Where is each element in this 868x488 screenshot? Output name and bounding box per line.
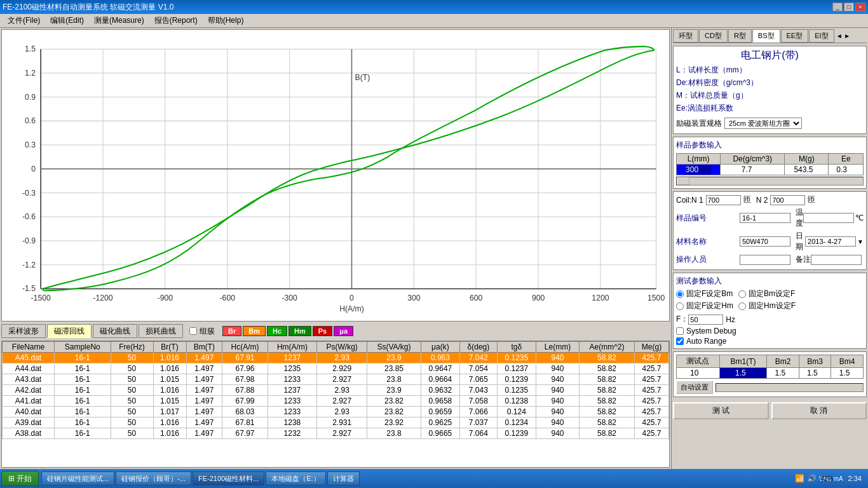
date-input[interactable] (805, 236, 856, 247)
tp-val0[interactable] (677, 368, 720, 379)
operator-input[interactable] (740, 255, 790, 265)
col-br: Br(T) (153, 342, 186, 353)
pv-l[interactable] (677, 165, 721, 175)
taskbar-item-2[interactable]: FE-2100磁性材料... (193, 471, 264, 485)
taskbar-item-1[interactable]: 硅钢报价（顾哥）-... (116, 471, 191, 485)
autorange-checkbox[interactable] (676, 337, 684, 345)
sample-params-title: 样品参数输入 (676, 140, 864, 151)
freq-input[interactable] (688, 315, 723, 325)
indicator-ua[interactable]: μa (334, 326, 353, 336)
table-row[interactable]: A38.dat16-1501.0161.49767.9712322.92723.… (3, 428, 669, 439)
cancel-button[interactable]: 取 消 (771, 402, 867, 419)
sample-params-section: 样品参数输入 L(mm) De(g/cm^3) M(g) Ee (673, 137, 867, 189)
tp-scrollbar[interactable] (715, 383, 864, 392)
note-input[interactable] (811, 255, 862, 265)
table-row[interactable]: A39.dat16-1501.0161.49767.8112382.93123.… (3, 417, 669, 428)
radio-group-left: 固定F设定Bm 固定F设定Hm (676, 288, 733, 311)
sysdbg-checkbox[interactable] (676, 327, 684, 335)
start-button[interactable]: ⊞ 开始 (1, 471, 39, 486)
tab-r[interactable]: R型 (728, 29, 752, 43)
pv-m[interactable] (785, 165, 829, 175)
menu-edit[interactable]: 编辑(Edit) (45, 14, 89, 27)
mode4-label: 固定Hm设定F (749, 301, 796, 311)
coil-n2-label: N 2 (756, 196, 768, 205)
M-label: M：试样总质量（g） (676, 90, 748, 101)
tab-ee[interactable]: EE型 (781, 29, 809, 43)
cluster-checkbox[interactable] (189, 327, 197, 335)
tp-col0: 测试点 (677, 355, 720, 368)
taskbar-item-3[interactable]: 本地磁盘（E:） (266, 471, 325, 485)
coil-n1-input[interactable] (706, 195, 741, 205)
minimize-button[interactable]: _ (832, 3, 843, 11)
sample-no-input[interactable] (740, 213, 790, 223)
tp-col1: Bm1(T) (719, 355, 766, 368)
params-scrollbar[interactable] (676, 177, 864, 186)
measure-params-title: 测试参数输入 (676, 276, 864, 287)
material-input[interactable] (740, 236, 790, 247)
menu-file[interactable]: 文件(File) (3, 14, 45, 27)
window-title: FE-2100磁性材料自动测量系统 软磁交流测量 V1.0 (3, 2, 173, 13)
test-button[interactable]: 测 试 (673, 402, 769, 419)
auto-set-button[interactable]: 自动设置 (676, 381, 713, 394)
Ee-label: Ee:涡流损耗系数 (676, 103, 740, 114)
table-row[interactable]: A41.dat16-1501.0151.49767.9912332.92723.… (3, 396, 669, 407)
menu-measure[interactable]: 测量(Measure) (89, 14, 149, 27)
cluster-label: 组簇 (200, 326, 215, 337)
tab-ei[interactable]: EI型 (809, 29, 834, 43)
sample-type-title: 电工钢片(带) (676, 49, 864, 62)
svg-text:-1.2: -1.2 (22, 261, 36, 269)
taskbar-item-4[interactable]: 计算器 (327, 471, 360, 485)
indicator-br[interactable]: Br (222, 326, 241, 336)
tab-waveform[interactable]: 采样波形 (1, 324, 46, 338)
col-tgd: tgδ (497, 342, 536, 353)
tp-bm1[interactable] (719, 368, 766, 379)
indicator-hc[interactable]: Hc (267, 326, 287, 336)
pv-de[interactable] (721, 165, 785, 175)
temp-input[interactable] (803, 213, 854, 223)
table-row[interactable]: A44.dat16-1501.0161.49767.9612352.92923.… (3, 363, 669, 374)
date-dropdown-icon[interactable]: ▼ (857, 238, 864, 245)
col-hc: Hc(A/m) (222, 342, 268, 353)
freq-unit: Hz (726, 315, 735, 324)
ph-l: L(mm) (677, 154, 721, 165)
tab-ring[interactable]: 环型 (673, 29, 698, 43)
coil-section: Coil:N 1 匝 N 2 匝 样品编号 温度 ℃ 材料名称 日期 ▼ (673, 191, 867, 270)
menu-help[interactable]: 帮助(Help) (203, 14, 249, 27)
tab-magnetization[interactable]: 磁化曲线 (93, 324, 137, 338)
table-row[interactable]: A45.dat16-1501.0161.49767.9112372.9323.9… (3, 353, 669, 363)
tab-bs[interactable]: BS型 (752, 29, 780, 43)
tray-network: 📶 (795, 474, 804, 483)
maximize-button[interactable]: □ (844, 3, 854, 11)
indicator-hm[interactable]: Hm (288, 326, 311, 336)
tp-bm3[interactable] (799, 368, 831, 379)
menu-report[interactable]: 报告(Report) (149, 14, 203, 27)
col-ae: Ae(mm^2) (579, 342, 634, 353)
coil-n2-input[interactable] (770, 195, 805, 205)
tab-loss[interactable]: 损耗曲线 (139, 324, 183, 338)
col-ss: Ss(VA/kg) (367, 342, 421, 353)
mode2-radio[interactable] (738, 290, 746, 298)
table-row[interactable]: A43.dat16-1501.0151.49767.9812332.92723.… (3, 374, 669, 385)
taskbar-item-0[interactable]: 硅钢片磁性能测试... (41, 471, 114, 485)
excitation-dropdown[interactable]: 25cm 爱波斯坦方圈 (724, 118, 802, 129)
col-ps: Ps(W/kg) (317, 342, 367, 353)
tp-bm2[interactable] (767, 368, 799, 379)
mode3-radio[interactable] (676, 302, 684, 310)
mode1-row: 固定F设定Bm (676, 288, 733, 299)
taskbar: ⊞ 开始 硅钢片磁性能测试... 硅钢报价（顾哥）-... FE-2100磁性材… (0, 469, 868, 488)
mode4-radio[interactable] (738, 302, 746, 310)
tab-hysteresis[interactable]: 磁滞回线 (47, 324, 92, 338)
pv-ee[interactable] (829, 165, 864, 175)
tp-col4: Bm4 (831, 355, 864, 368)
svg-text:1.2: 1.2 (25, 69, 36, 78)
table-row[interactable]: A42.dat16-1501.0161.49767.8812372.9323.9… (3, 385, 669, 396)
coil-n2-unit: 匝 (808, 194, 815, 205)
close-button[interactable]: × (855, 3, 865, 11)
indicator-ps[interactable]: Ps (313, 326, 332, 336)
indicator-bm[interactable]: Bm (243, 326, 266, 336)
table-row[interactable]: A40.dat16-1501.0171.49768.0312332.9323.8… (3, 407, 669, 417)
svg-text:-0.3: -0.3 (22, 189, 36, 198)
tab-cd[interactable]: CD型 (699, 29, 728, 43)
tp-bm4[interactable] (831, 368, 864, 379)
mode1-radio[interactable] (676, 290, 684, 298)
